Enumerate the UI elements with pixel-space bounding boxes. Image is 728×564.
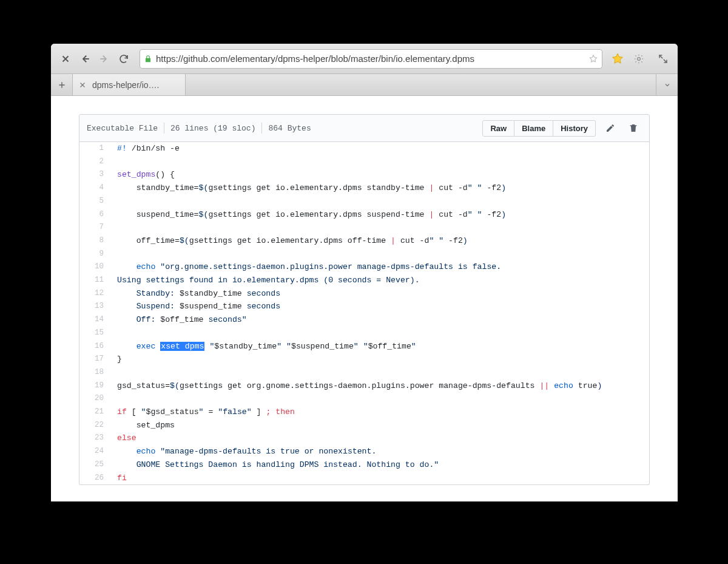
bookmark-star-icon[interactable] — [588, 54, 598, 64]
fullscreen-icon[interactable] — [653, 49, 673, 69]
line-number[interactable]: 5 — [79, 195, 110, 208]
line-number[interactable]: 20 — [79, 392, 110, 406]
code-line[interactable]: set_dpms() { — [110, 168, 175, 182]
new-tab-button[interactable] — [51, 74, 73, 95]
line-number[interactable]: 2 — [79, 155, 110, 169]
lock-icon — [144, 55, 152, 63]
line-number[interactable]: 19 — [79, 379, 110, 393]
line-number[interactable]: 17 — [79, 353, 110, 366]
line-number[interactable]: 6 — [79, 208, 110, 222]
code-line[interactable]: gsd_status=$(gsettings get org.gnome.set… — [110, 379, 602, 393]
reload-button[interactable] — [114, 49, 133, 69]
line-number[interactable]: 23 — [79, 432, 110, 445]
blame-button[interactable]: Blame — [514, 120, 553, 137]
tab-overflow-button[interactable] — [656, 74, 678, 95]
gear-icon[interactable] — [629, 49, 649, 69]
line-number[interactable]: 16 — [79, 340, 110, 353]
forward-button — [95, 49, 114, 69]
code-line[interactable]: Using settings found in io.elementary.dp… — [110, 274, 420, 287]
code-line[interactable] — [110, 327, 117, 340]
edit-icon[interactable] — [602, 120, 619, 137]
file-type: Executable File — [87, 124, 158, 133]
code-line[interactable] — [110, 155, 117, 169]
code-line[interactable]: else — [110, 432, 136, 445]
close-icon[interactable] — [56, 49, 75, 69]
delete-icon[interactable] — [625, 120, 642, 137]
line-number[interactable]: 10 — [79, 260, 110, 274]
code-line[interactable]: if [ "$gsd_status" = "false" ] ; then — [110, 406, 295, 419]
tab-dpms-helper[interactable]: dpms-helper/io…. — [73, 74, 186, 95]
code-line[interactable]: off_time=$(gsettings get io.elementary.d… — [110, 234, 468, 248]
code-line[interactable]: echo "manage-dpms-defaults is true or no… — [110, 445, 376, 458]
url-bar[interactable]: https://github.com/elementary/dpms-helpe… — [140, 49, 602, 69]
line-number[interactable]: 12 — [79, 287, 110, 301]
code-line[interactable]: Standby: $standby_time seconds — [110, 287, 280, 301]
raw-button[interactable]: Raw — [482, 120, 514, 137]
page-content: Executable File 26 lines (19 sloc) 864 B… — [51, 96, 678, 501]
code-line[interactable] — [110, 248, 117, 261]
code-line[interactable]: set_dpms — [110, 419, 175, 432]
code-line[interactable]: echo "org.gnome.settings-daemon.plugins.… — [110, 260, 501, 274]
line-number[interactable]: 8 — [79, 234, 110, 248]
line-number[interactable]: 1 — [79, 142, 110, 155]
code-line[interactable]: exec xset dpms "$standby_time" "$suspend… — [110, 340, 416, 353]
code-line[interactable]: GNOME Settings Daemon is handling DPMS i… — [110, 458, 439, 472]
code-line[interactable]: Suspend: $suspend_time seconds — [110, 300, 280, 313]
line-number[interactable]: 11 — [79, 274, 110, 287]
tab-strip: dpms-helper/io…. — [51, 74, 678, 96]
code-line[interactable] — [110, 195, 117, 208]
code-line[interactable]: suspend_time=$(gsettings get io.elementa… — [110, 208, 506, 222]
file-header: Executable File 26 lines (19 sloc) 864 B… — [79, 114, 650, 142]
line-number[interactable]: 9 — [79, 248, 110, 261]
file-size: 864 Bytes — [268, 124, 311, 133]
line-number[interactable]: 7 — [79, 221, 110, 234]
browser-window: https://github.com/elementary/dpms-helpe… — [51, 44, 678, 501]
line-number[interactable]: 22 — [79, 419, 110, 432]
code-line[interactable]: } — [110, 353, 122, 366]
browser-toolbar: https://github.com/elementary/dpms-helpe… — [51, 44, 678, 74]
file-lines: 26 lines (19 sloc) — [170, 124, 255, 133]
selected-text: xset dpms — [160, 342, 204, 351]
code-line[interactable]: standby_time=$(gsettings get io.elementa… — [110, 182, 506, 195]
line-number[interactable]: 25 — [79, 458, 110, 472]
tab-title: dpms-helper/io…. — [92, 80, 179, 90]
line-number[interactable]: 3 — [79, 168, 110, 182]
tab-close-icon[interactable] — [79, 81, 86, 89]
line-number[interactable]: 15 — [79, 327, 110, 340]
history-button[interactable]: History — [553, 120, 596, 137]
code-line[interactable] — [110, 221, 117, 234]
code-blob: 1#! /bin/sh -e 2 3set_dpms() { 4 standby… — [79, 142, 650, 485]
line-number[interactable]: 4 — [79, 182, 110, 195]
line-number[interactable]: 24 — [79, 445, 110, 458]
line-number[interactable]: 21 — [79, 406, 110, 419]
line-number[interactable]: 14 — [79, 313, 110, 327]
line-number[interactable]: 13 — [79, 300, 110, 313]
code-line[interactable]: #! /bin/sh -e — [110, 142, 180, 155]
code-line[interactable] — [110, 392, 117, 406]
code-line[interactable]: Off: $off_time seconds" — [110, 313, 247, 327]
line-number[interactable]: 18 — [79, 366, 110, 379]
line-number[interactable]: 26 — [79, 472, 110, 485]
code-line[interactable] — [110, 366, 117, 379]
code-line[interactable]: fi — [110, 472, 127, 485]
url-text: https://github.com/elementary/dpms-helpe… — [156, 53, 586, 64]
file-action-group: Raw Blame History — [482, 120, 596, 137]
back-button[interactable] — [75, 49, 95, 69]
svg-point-0 — [638, 57, 641, 60]
favorites-star-icon[interactable] — [611, 52, 624, 66]
